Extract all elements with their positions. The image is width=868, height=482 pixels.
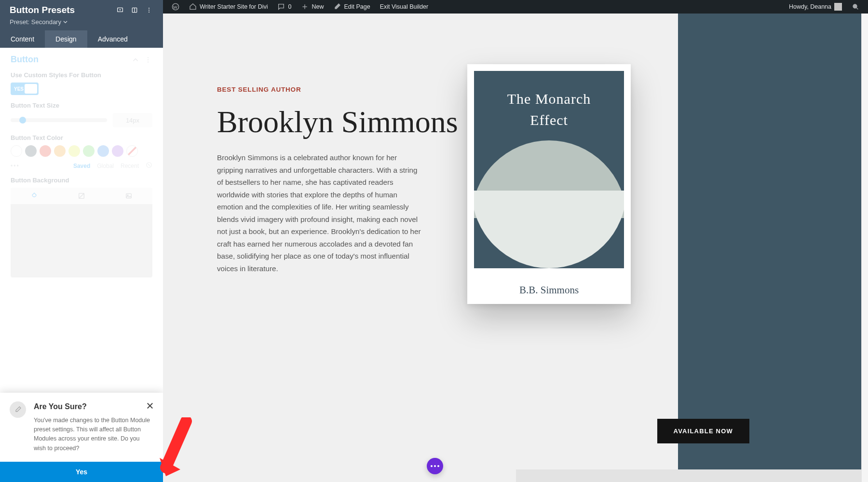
avatar xyxy=(834,3,842,11)
confirm-edit-icon xyxy=(10,401,26,418)
color-swatch[interactable] xyxy=(112,145,123,157)
svg-point-8 xyxy=(148,59,149,60)
hero-blue-background xyxy=(678,14,868,482)
swatch-more-icon[interactable]: ••• xyxy=(11,163,20,169)
tab-advanced[interactable]: Advanced xyxy=(87,30,138,48)
book-card: The Monarch Effect B.B. Simmons xyxy=(467,64,631,304)
hero-left-panel: BEST SELLING AUTHOR Brooklyn Simmons Bro… xyxy=(163,14,516,482)
chevron-down-icon xyxy=(63,20,68,24)
sidebar-title: Button Presets xyxy=(10,5,111,15)
svg-point-4 xyxy=(149,8,149,9)
wp-exit-visual-builder[interactable]: Exit Visual Builder xyxy=(376,0,433,14)
page-canvas: BEST SELLING AUTHOR Brooklyn Simmons Bro… xyxy=(163,14,868,482)
svg-point-6 xyxy=(149,12,149,13)
svg-point-9 xyxy=(148,61,149,62)
color-swatch[interactable] xyxy=(40,145,51,157)
palette-saved[interactable]: Saved xyxy=(73,163,90,169)
color-swatch[interactable] xyxy=(25,145,37,157)
color-swatch[interactable] xyxy=(97,145,109,157)
use-custom-styles-toggle[interactable]: YES xyxy=(11,83,39,95)
kebab-menu-icon[interactable] xyxy=(144,55,152,64)
book-title: The Monarch Effect xyxy=(474,88,624,130)
palette-recent[interactable]: Recent xyxy=(121,163,139,169)
preset-selector[interactable]: Preset: Secondary xyxy=(10,18,154,26)
wp-edit-page-link[interactable]: Edit Page xyxy=(329,0,374,14)
section-title-button[interactable]: Button xyxy=(11,55,127,65)
svg-line-22 xyxy=(856,8,858,9)
button-text-size-label: Button Text Size xyxy=(11,102,152,109)
toggle-knob xyxy=(25,84,37,94)
text-size-slider[interactable] xyxy=(11,118,107,122)
confirm-dialog: Are You Sure? You've made changes to the… xyxy=(0,393,163,482)
use-custom-styles-label: Use Custom Styles For Button xyxy=(11,71,152,79)
color-swatch[interactable] xyxy=(83,145,95,157)
palette-global[interactable]: Global xyxy=(97,163,114,169)
available-now-button[interactable]: AVAILABLE NOW xyxy=(657,419,749,443)
tab-design[interactable]: Design xyxy=(45,30,87,48)
expand-icon[interactable] xyxy=(129,5,140,15)
bg-tab-gradient[interactable] xyxy=(58,188,105,204)
background-color-preview[interactable] xyxy=(11,204,152,277)
kebab-menu-icon[interactable] xyxy=(144,5,154,15)
tab-content[interactable]: Content xyxy=(0,30,45,48)
svg-line-13 xyxy=(79,193,84,199)
design-panel: Button Use Custom Styles For Button YES … xyxy=(0,48,163,287)
wp-comments-link[interactable]: 0 xyxy=(273,0,295,14)
main-area: Writer Starter Site for Divi 0 New Edit … xyxy=(163,0,868,482)
wp-howdy-user[interactable]: Howdy, Deanna xyxy=(785,0,846,14)
wp-new-link[interactable]: New xyxy=(297,0,327,14)
wp-search-icon[interactable] xyxy=(848,0,863,14)
confirm-close-button[interactable] xyxy=(146,401,154,410)
responsive-preview-icon[interactable] xyxy=(115,5,125,15)
eyebrow-text: BEST SELLING AUTHOR xyxy=(217,86,489,93)
bg-tab-image[interactable] xyxy=(105,188,152,204)
text-size-value[interactable]: 14px xyxy=(113,113,152,127)
author-bio: Brooklyn Simmons is a celebrated author … xyxy=(217,151,424,275)
chevron-up-icon[interactable] xyxy=(131,55,140,64)
bg-tab-color[interactable] xyxy=(11,188,58,204)
book-author: B.B. Simmons xyxy=(467,284,631,296)
butterfly-wing-icon xyxy=(474,191,549,268)
palette-clear-icon[interactable] xyxy=(146,162,152,170)
butterfly-wing-icon xyxy=(549,191,624,268)
svg-point-7 xyxy=(148,57,149,58)
color-swatch[interactable] xyxy=(54,145,66,157)
confirm-yes-button[interactable]: Yes xyxy=(0,462,163,482)
color-swatch[interactable] xyxy=(68,145,80,157)
book-cover: The Monarch Effect xyxy=(474,71,624,297)
color-swatch-none[interactable] xyxy=(126,145,138,157)
svg-point-1 xyxy=(120,10,120,10)
sidebar-header: Button Presets Preset: Secondary xyxy=(0,0,163,30)
wp-logo-icon[interactable] xyxy=(168,0,183,14)
divi-fab-button[interactable] xyxy=(427,458,443,474)
scrollbar[interactable] xyxy=(861,14,868,482)
color-swatch[interactable] xyxy=(11,145,22,157)
confirm-title: Are You Sure? xyxy=(34,402,151,411)
confirm-message: You've made changes to the Button Module… xyxy=(34,416,151,454)
svg-rect-14 xyxy=(126,193,132,198)
button-background-label: Button Background xyxy=(11,177,152,184)
background-type-tabs xyxy=(11,188,152,204)
svg-point-5 xyxy=(149,10,149,11)
svg-point-21 xyxy=(853,4,857,8)
slider-thumb[interactable] xyxy=(19,117,26,124)
button-text-color-label: Button Text Color xyxy=(11,134,152,141)
settings-sidebar: Button Presets Preset: Secondary Content… xyxy=(0,0,163,482)
color-swatches xyxy=(11,145,152,157)
author-name-heading: Brooklyn Simmons xyxy=(217,106,489,138)
svg-line-11 xyxy=(148,164,150,166)
wp-admin-bar: Writer Starter Site for Divi 0 New Edit … xyxy=(163,0,868,14)
wp-site-link[interactable]: Writer Starter Site for Divi xyxy=(185,0,271,14)
settings-tabs: Content Design Advanced xyxy=(0,30,163,48)
